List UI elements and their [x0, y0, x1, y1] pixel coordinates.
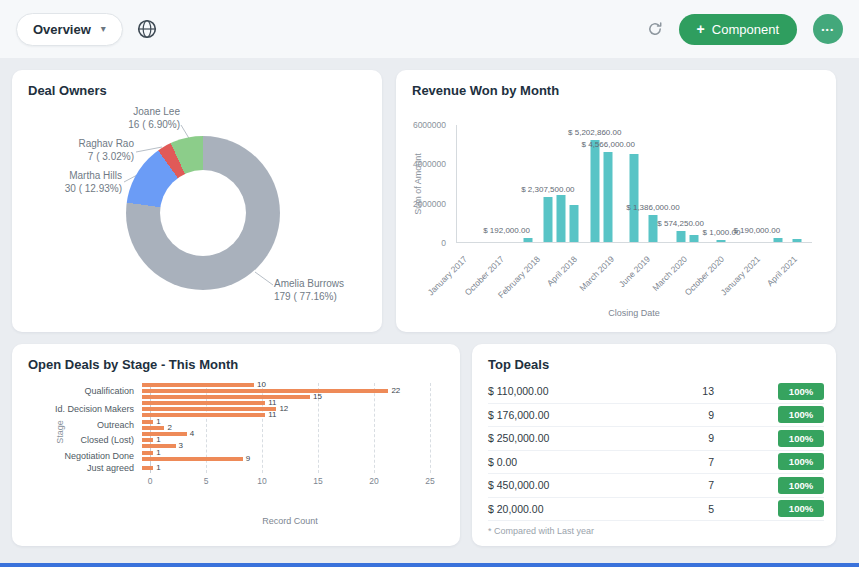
- card-title: Revenue Won by Month: [396, 70, 836, 98]
- deal-row[interactable]: $ 450,000.007100%: [488, 474, 824, 498]
- stage-rows: Qualification102215Id. Decision Makers11…: [26, 383, 446, 474]
- stage-label: Qualification: [26, 386, 142, 396]
- revenue-bar[interactable]: [629, 154, 638, 243]
- revenue-bar[interactable]: [543, 197, 552, 242]
- deal-count: 13: [674, 385, 714, 397]
- slice-value: 7 ( 3.02%): [24, 151, 134, 164]
- stage-bar[interactable]: [142, 451, 153, 455]
- dashboard-selector-label: Overview: [33, 22, 91, 37]
- revenue-bar[interactable]: [648, 215, 657, 242]
- bar-value-label: 2: [167, 424, 171, 432]
- slice-name: Joane Lee: [70, 106, 180, 119]
- top-deals-rows: $ 110,000.0013100%$ 176,000.009100%$ 250…: [488, 380, 824, 521]
- revenue-bar[interactable]: [570, 205, 579, 242]
- stage-bar[interactable]: [142, 383, 254, 387]
- stage-group: Qualification102215: [26, 383, 446, 399]
- dashboard-page: Overview ▾ + Component •••: [0, 0, 859, 567]
- slice-label-amelia-burrows: Amelia Burrows 179 ( 77.16%): [274, 278, 344, 303]
- revenue-plot[interactable]: $ 192,000.00$ 2,307,500.00$ 5,202,860.00…: [456, 125, 812, 243]
- deal-row[interactable]: $ 0.007100%: [488, 451, 824, 475]
- deal-row[interactable]: $ 20,000.005100%: [488, 498, 824, 522]
- bar-value-label: 3: [179, 442, 183, 450]
- bar-value-label: 9: [246, 455, 250, 463]
- slice-label-joane-lee: Joane Lee 16 ( 6.90%): [70, 106, 180, 131]
- deal-badge: 100%: [778, 383, 824, 400]
- refresh-button[interactable]: [647, 21, 663, 37]
- x-tick-label: 10: [257, 476, 266, 486]
- bar-value-label: $ 4,566,000.00: [582, 140, 635, 149]
- deal-badge: 100%: [778, 500, 824, 517]
- bar-value-label: 10: [257, 381, 266, 389]
- stage-label: Negotiation Done: [26, 451, 142, 461]
- stage-bar[interactable]: [142, 466, 153, 470]
- globe-button[interactable]: [137, 19, 157, 39]
- revenue-bar[interactable]: [774, 238, 783, 242]
- y-tick-label: 0: [441, 238, 446, 248]
- revenue-bar[interactable]: [690, 235, 699, 242]
- stage-bar[interactable]: [142, 407, 276, 411]
- card-title: Deal Owners: [12, 70, 382, 98]
- stage-label: Closed (Lost): [26, 435, 142, 445]
- deal-count: 9: [674, 409, 714, 421]
- deal-row[interactable]: $ 176,000.009100%: [488, 404, 824, 428]
- deal-amount: $ 176,000.00: [488, 409, 674, 421]
- revenue-bar[interactable]: [590, 140, 599, 242]
- deal-badge: 100%: [778, 453, 824, 470]
- deal-count: 9: [674, 432, 714, 444]
- revenue-bar[interactable]: [604, 152, 613, 242]
- topbar-actions: + Component •••: [647, 14, 843, 45]
- revenue-bar[interactable]: [717, 240, 726, 242]
- y-tick-label: 4000000: [413, 159, 446, 169]
- slice-name: Raghav Rao: [24, 138, 134, 151]
- stage-bar[interactable]: [142, 426, 164, 430]
- revenue-bar[interactable]: [676, 231, 685, 242]
- stage-label: Just agreed: [26, 463, 142, 473]
- stage-group: Outreach12: [26, 420, 446, 430]
- card-title: Open Deals by Stage - This Month: [12, 344, 460, 372]
- bar-value-label: 1: [156, 464, 160, 472]
- deal-amount: $ 20,000.00: [488, 503, 674, 515]
- stage-group: Negotiation Done19: [26, 451, 446, 461]
- stage-bar[interactable]: [142, 457, 243, 461]
- stage-bar[interactable]: [142, 438, 153, 442]
- stage-bar[interactable]: [142, 420, 153, 424]
- stage-x-ticks: 0510152025: [150, 476, 430, 488]
- stage-bar[interactable]: [142, 395, 310, 399]
- deal-amount: $ 0.00: [488, 456, 674, 468]
- deal-amount: $ 250,000.00: [488, 432, 674, 444]
- deal-row[interactable]: $ 110,000.0013100%: [488, 380, 824, 404]
- x-tick-label: 25: [425, 476, 434, 486]
- deal-owners-donut[interactable]: [126, 136, 280, 290]
- x-tick-label: 5: [204, 476, 209, 486]
- slice-value: 179 ( 77.16%): [274, 291, 344, 304]
- stage-chart[interactable]: Qualification102215Id. Decision Makers11…: [26, 380, 446, 488]
- stage-group: Closed (Lost)413: [26, 432, 446, 448]
- revenue-x-ticks: January 2017October 2017February 2018Apr…: [456, 244, 812, 302]
- add-component-button[interactable]: + Component: [679, 14, 797, 45]
- revenue-bar[interactable]: [793, 239, 802, 242]
- slice-name: Martha Hills: [12, 170, 122, 183]
- plus-icon: +: [697, 22, 705, 36]
- x-axis-title: Closing Date: [456, 308, 812, 318]
- stage-bar[interactable]: [142, 401, 265, 405]
- dashboard-selector[interactable]: Overview ▾: [16, 13, 123, 46]
- more-options-button[interactable]: •••: [813, 14, 843, 44]
- stage-plot: Qualification102215Id. Decision Makers11…: [26, 383, 446, 474]
- deal-amount: $ 110,000.00: [488, 385, 674, 397]
- stage-bar[interactable]: [142, 389, 388, 393]
- x-tick-label: 0: [148, 476, 153, 486]
- slice-value: 30 ( 12.93%): [12, 183, 122, 196]
- deal-amount: $ 450,000.00: [488, 479, 674, 491]
- revenue-bar[interactable]: [524, 238, 533, 242]
- bar-value-label: 4: [190, 430, 194, 438]
- deal-count: 7: [674, 456, 714, 468]
- revenue-bar[interactable]: [557, 195, 566, 242]
- stage-bar[interactable]: [142, 432, 187, 436]
- deal-row[interactable]: $ 250,000.009100%: [488, 427, 824, 451]
- bar-value-label: $ 5,202,860.00: [568, 128, 621, 137]
- deal-badge: 100%: [778, 477, 824, 494]
- bar-value-label: 22: [391, 387, 400, 395]
- card-title: Top Deals: [472, 344, 836, 372]
- bar-value-label: $ 192,000.00: [483, 226, 530, 235]
- bar-value-label: 1: [156, 449, 160, 457]
